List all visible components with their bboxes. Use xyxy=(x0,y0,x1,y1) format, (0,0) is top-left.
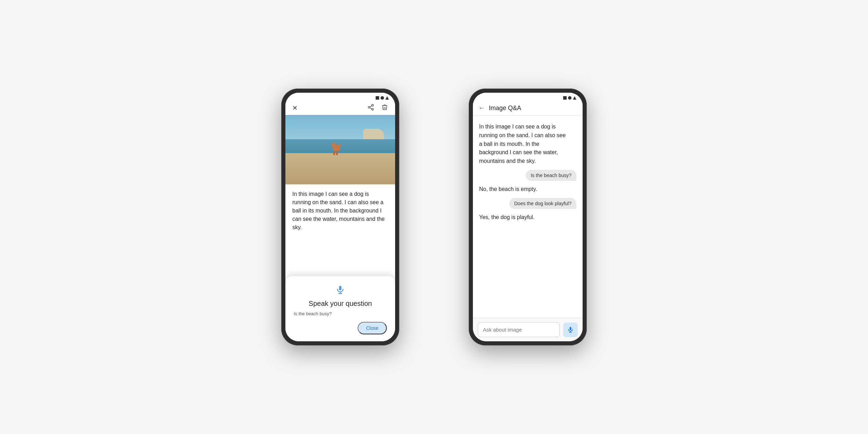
chat-input-bar xyxy=(473,318,583,341)
phone-1-content: ✕ xyxy=(285,101,395,341)
ai-message-3: Yes, the dog is playful. xyxy=(479,213,567,222)
dog xyxy=(332,143,341,155)
mic-container xyxy=(294,284,387,295)
speak-title: Speak your question xyxy=(294,300,387,308)
svg-rect-8 xyxy=(570,327,571,330)
share-icon[interactable] xyxy=(367,104,374,112)
mic-icon xyxy=(335,284,346,295)
svg-point-0 xyxy=(372,105,374,106)
svg-point-2 xyxy=(372,108,374,110)
phone-2-screen: ← Image Q&A In this image I can see a do… xyxy=(473,93,583,341)
svg-rect-5 xyxy=(339,286,342,290)
phone-2-content: ← Image Q&A In this image I can see a do… xyxy=(473,101,583,341)
chat-area: In this image I can see a dog is running… xyxy=(473,116,583,318)
wifi-icon xyxy=(385,96,389,100)
mic-button[interactable] xyxy=(563,323,578,337)
svg-point-1 xyxy=(368,107,370,108)
sand xyxy=(285,153,395,184)
voice-query-text: Is the beach busy? xyxy=(294,311,387,316)
phone-1-status-bar xyxy=(285,93,395,101)
close-button[interactable]: Close xyxy=(358,322,387,334)
status-icons xyxy=(376,96,389,100)
phone-1-screen: ✕ xyxy=(285,93,395,341)
delete-icon[interactable] xyxy=(381,104,388,112)
wifi-icon-2 xyxy=(573,96,576,100)
description-text: In this image I can see a dog is running… xyxy=(292,190,388,232)
qa-title: Image Q&A xyxy=(489,105,521,112)
battery-icon xyxy=(376,96,379,100)
status-icons-2 xyxy=(563,96,576,100)
user-bubble-2: Does the dog look playful? xyxy=(509,198,576,209)
battery-icon-2 xyxy=(563,96,567,100)
voice-overlay: Speak your question Is the beach busy? C… xyxy=(285,276,395,341)
user-bubble-1: Is the beach busy? xyxy=(526,170,576,181)
ask-about-image-input[interactable] xyxy=(478,322,560,337)
ai-message-2: No, the beach is empty. xyxy=(479,185,567,194)
signal-icon-2 xyxy=(568,96,571,100)
scene: ✕ xyxy=(0,0,868,434)
phone-2-header: ← Image Q&A xyxy=(473,101,583,116)
svg-line-3 xyxy=(370,108,372,109)
phone-2: ← Image Q&A In this image I can see a do… xyxy=(469,89,587,345)
ai-message-1: In this image I can see a dog is running… xyxy=(479,123,567,166)
beach-photo xyxy=(285,115,395,184)
back-button[interactable]: ← xyxy=(478,105,485,112)
phone-2-status-bar xyxy=(473,93,583,101)
phone-1: ✕ xyxy=(281,89,399,345)
close-button-container: Close xyxy=(294,322,387,334)
close-icon[interactable]: ✕ xyxy=(292,104,298,112)
signal-icon xyxy=(381,96,384,100)
phone-1-header: ✕ xyxy=(285,101,395,115)
svg-line-4 xyxy=(370,106,372,107)
